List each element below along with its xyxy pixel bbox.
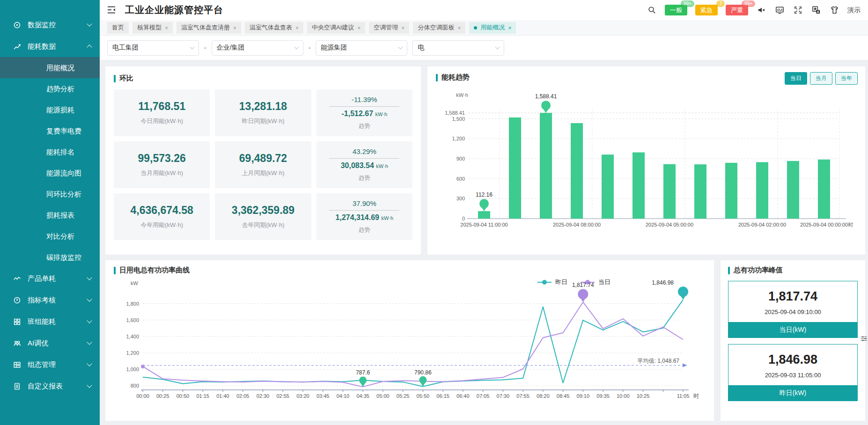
tab-home[interactable]: 首页 [107, 22, 129, 34]
sidebar-item-energy-data[interactable]: 能耗数据 [0, 36, 100, 57]
dashboard-screen-icon[interactable] [774, 5, 785, 15]
tab-item[interactable]: 核算模型 [132, 22, 173, 34]
chevron-down-icon [294, 45, 299, 50]
sidebar-item-label: AI调优 [28, 339, 48, 348]
sidebar-subitem[interactable]: 趋势分析 [0, 78, 100, 99]
stat-value: 13,281.18 [239, 100, 287, 113]
tab-item-active[interactable]: 用能概况 [469, 22, 516, 34]
ring-comparison-panel: 环比 11,768.51 今日用能(kW·h) 13,281.18 昨日同期(k… [105, 66, 421, 255]
chevron-down-icon [87, 318, 92, 323]
svg-text:时: 时 [848, 222, 853, 227]
tab-label: 用能概况 [480, 23, 505, 32]
alarm-badge-urgent[interactable]: 紧急 7 [695, 5, 718, 15]
sidebar-item-label: 指标考核 [28, 296, 56, 305]
close-tab-icon[interactable] [357, 24, 360, 31]
svg-text:800: 800 [131, 383, 139, 388]
stat-value: 69,489.72 [239, 152, 287, 165]
settings-tune-icon[interactable] [861, 335, 868, 343]
mute-icon[interactable] [756, 5, 766, 15]
sidebar-subitem[interactable]: 损耗报表 [0, 205, 100, 226]
search-icon[interactable] [647, 5, 657, 15]
sidebar-subitem[interactable]: 复费率电费 [0, 120, 100, 141]
select-value: 电工集团 [112, 44, 139, 52]
close-tab-icon[interactable] [165, 24, 168, 31]
range-button-day[interactable]: 当日 [785, 72, 807, 85]
divider [329, 210, 399, 211]
svg-text:1,200: 1,200 [126, 350, 139, 356]
svg-text:00:00: 00:00 [136, 393, 149, 399]
chevron-down-icon [87, 275, 92, 280]
sidebar-item-ai-tuning[interactable]: AI调优 [0, 332, 100, 354]
filter-select-group[interactable]: 电工集团 [107, 40, 199, 56]
close-tab-icon[interactable] [233, 24, 236, 31]
close-tab-icon[interactable] [457, 24, 461, 31]
filter-select-energy-group[interactable]: 能源集团 [316, 40, 407, 56]
sidebar-item-scada[interactable]: 组态管理 [0, 354, 100, 375]
svg-text:1,400: 1,400 [126, 334, 139, 339]
sidebar-item-kpi[interactable]: 指标考核 [0, 289, 100, 311]
trend-value: -1,512.67 [341, 110, 373, 117]
alarm-count-badge: 99+ [742, 0, 755, 7]
energy-data-icon [12, 42, 22, 51]
svg-text:10:25: 10:25 [637, 393, 650, 399]
close-tab-icon[interactable] [401, 24, 405, 31]
theme-shirt-icon[interactable] [829, 5, 839, 15]
peak-card-label[interactable]: 昨日(kW) [728, 385, 857, 401]
svg-text:1,588.41: 1,588.41 [535, 93, 557, 100]
filter-select-energy-type[interactable]: 电 [412, 40, 504, 56]
sidebar-item-label: 能耗数据 [28, 42, 56, 51]
sidebar-item-product-unit[interactable]: 产品单耗 [0, 268, 100, 289]
sidebar-item-team-energy[interactable]: 班组能耗 [0, 311, 100, 332]
chevron-down-icon [190, 45, 195, 50]
svg-text:08:45: 08:45 [557, 393, 570, 399]
tab-item[interactable]: 中央空调AI建议 [307, 22, 365, 34]
close-tab-icon[interactable] [295, 24, 299, 31]
range-button-year[interactable]: 当年 [835, 72, 858, 85]
range-button-month[interactable]: 当月 [810, 72, 832, 85]
sidebar-item-label: 产品单耗 [28, 274, 56, 283]
trend-unit: kW·h [376, 163, 388, 169]
svg-text:2025-09-04 08:00:00: 2025-09-04 08:00:00 [553, 222, 601, 227]
sidebar-subitem[interactable]: 碳排放监控 [0, 247, 100, 268]
trend-unit: kW·h [381, 215, 393, 221]
tab-item[interactable]: 分体空调面板 [413, 22, 465, 34]
close-tab-icon[interactable] [508, 24, 511, 31]
user-name[interactable]: 演示 [847, 6, 861, 15]
sidebar-item-custom-report[interactable]: 自定义报表 [0, 375, 100, 397]
tab-label: 温室气体盘查表 [250, 23, 292, 32]
energy-trend-bar-chart[interactable]: 03006009001,2001,5001,588.41kW·h2025-09-… [436, 82, 857, 238]
trend-card-day: -11.39% -1,512.67 kW·h 趋势 [316, 89, 412, 136]
svg-text:2025-09-04 05:00:00: 2025-09-04 05:00:00 [646, 222, 693, 227]
language-icon[interactable] [811, 5, 821, 15]
svg-text:02:55: 02:55 [276, 393, 289, 399]
svg-text:1,588.41: 1,588.41 [445, 110, 465, 116]
sidebar-subitem[interactable]: 能源流向图 [0, 162, 100, 183]
alarm-badge-severe[interactable]: 严重 99+ [726, 5, 748, 15]
stat-card-yesterday: 13,281.18 昨日同期(kW·h) [215, 89, 311, 136]
sidebar-subitem[interactable]: 对比分析 [0, 226, 100, 247]
svg-text:07:55: 07:55 [516, 393, 530, 399]
collapse-menu-icon[interactable] [106, 5, 118, 16]
sidebar-subitem[interactable]: 同环比分析 [0, 183, 100, 205]
tab-item[interactable]: 空调管理 [369, 22, 409, 34]
sidebar-subitem[interactable]: 能耗排名 [0, 141, 100, 162]
panel-title: 日用电总有功功率曲线 [114, 266, 706, 275]
sidebar-subitem-active[interactable]: 用能概况 [0, 57, 100, 78]
sidebar-item-data-monitor[interactable]: 数据监控 [0, 14, 100, 36]
top-bar: 工业企业能源管控平台 一般 99+ 紧急 7 严重 99+ [100, 0, 868, 20]
tab-item[interactable]: 温室气体盘查表 [245, 22, 303, 34]
stat-label: 当月用能(kW·h) [140, 169, 183, 177]
active-tab-dot [474, 26, 477, 29]
filter-select-org[interactable]: 企业/集团 [212, 40, 303, 56]
trend-value: 1,274,314.69 [336, 213, 379, 221]
alarm-badge-general[interactable]: 一般 99+ [665, 5, 687, 15]
stat-label: 去年同期(kW·h) [242, 221, 284, 229]
tab-item[interactable]: 温室气体盘查清册 [177, 22, 241, 34]
peak-card-label[interactable]: 当日(kW) [728, 322, 857, 337]
fullscreen-icon[interactable] [793, 5, 803, 15]
trend-percent: -11.39% [352, 95, 377, 103]
stat-value: 99,573.26 [138, 152, 186, 165]
sidebar-subitem[interactable]: 能源损耗 [0, 99, 100, 120]
tab-label: 空调管理 [374, 23, 398, 32]
power-curve-line-chart[interactable]: 8001,0001,2001,4001,6001,800kW00:0000:25… [114, 275, 706, 413]
